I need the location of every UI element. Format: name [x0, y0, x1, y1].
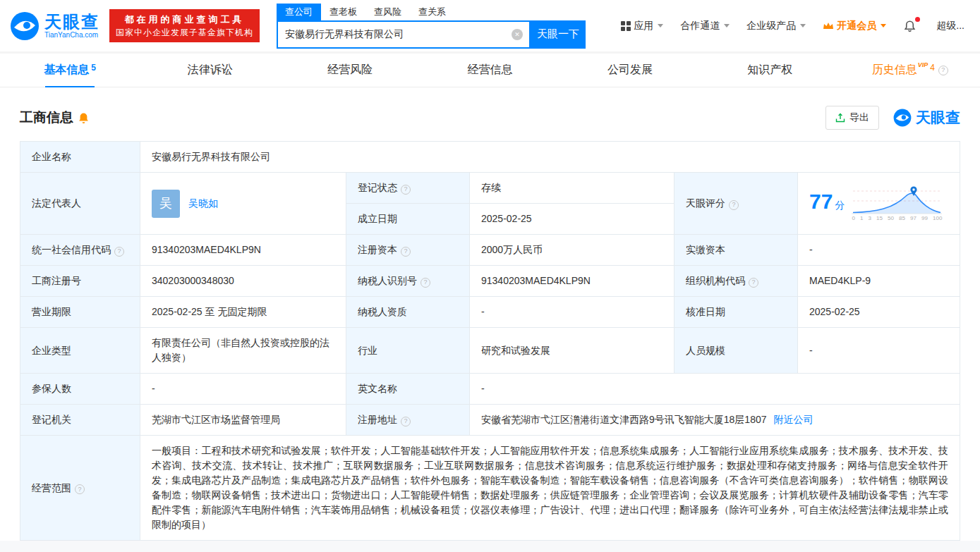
search-input[interactable]: [278, 22, 529, 47]
search-box: ✕: [277, 20, 531, 49]
tick: 100: [933, 216, 942, 221]
help-icon[interactable]: ?: [421, 278, 430, 288]
tab-business-info[interactable]: 经营信息: [420, 54, 559, 87]
section-title: 工商信息: [20, 109, 89, 127]
row-legal-rep: 法定代表人 吴 吴晓如 登记状态? 存续 天眼评分? 77分: [20, 173, 960, 204]
vip-badge: VIP: [918, 61, 928, 68]
help-icon[interactable]: ?: [401, 417, 411, 427]
help-icon[interactable]: ?: [401, 185, 411, 195]
tab-intellectual-property[interactable]: 知识产权: [700, 54, 840, 87]
promo-line2: 国家中小企业发展子基金旗下机构: [116, 26, 253, 39]
establish-date-value: 2025-02-25: [470, 204, 674, 235]
nav-enterprise-products[interactable]: 企业级产品: [746, 20, 806, 32]
org-code-value: MAED4KLP-9: [798, 266, 960, 297]
legal-rep-link[interactable]: 吴晓如: [188, 196, 218, 211]
org-code-label-cell: 组织机构代码?: [674, 266, 798, 297]
nav-apps[interactable]: 应用: [621, 20, 663, 32]
business-scope-label-cell: 经营范围?: [20, 436, 140, 541]
credit-code-label-cell: 统一社会信用代码?: [20, 235, 140, 266]
tab-basic-info[interactable]: 基本信息 5: [0, 54, 140, 87]
site-logo[interactable]: 天眼查 TianYanCha.com: [10, 11, 99, 41]
help-icon[interactable]: ?: [114, 247, 124, 257]
address-label-cell: 注册地址?: [346, 405, 470, 436]
address-value: 安徽省芜湖市弋江区澛港街道文津西路9号讯飞智能大厦18层1807: [481, 414, 767, 425]
nav-apps-label: 应用: [634, 20, 653, 32]
nav-super-member[interactable]: 超级...: [936, 20, 964, 32]
tianyancha-watermark: 天眼查: [893, 108, 960, 128]
section-header-actions: 导出 天眼查: [825, 106, 960, 130]
chevron-down-icon: [881, 24, 886, 27]
search-tab-risk[interactable]: 查风险: [365, 4, 410, 20]
help-icon[interactable]: ?: [938, 66, 948, 75]
notifications-bell[interactable]: [903, 19, 919, 32]
topbar: 天眼查 TianYanCha.com 都在用的商业查询工具 国家中小企业发展子基…: [0, 0, 980, 51]
row-business-term: 营业期限 2025-02-25 至 无固定期限 纳税人资质 - 核准日期 202…: [20, 297, 960, 328]
tianyancha-logo-icon: [893, 109, 912, 127]
score-label: 天眼评分: [686, 197, 725, 209]
row-reg-number: 工商注册号 340203000348030 纳税人识别号? 91340203MA…: [20, 266, 960, 297]
industry-value: 研究和试验发展: [470, 328, 674, 374]
legal-rep-avatar[interactable]: 吴: [152, 190, 180, 218]
english-name-value: -: [470, 374, 960, 405]
tab-basic-info-label: 基本信息: [44, 63, 89, 78]
main-content: 工商信息 导出 天眼查: [0, 87, 980, 541]
row-credit-code: 统一社会信用代码? 91340203MAED4KLP9N 注册资本? 2000万…: [20, 235, 960, 266]
search-tab-company[interactable]: 查公司: [277, 4, 321, 20]
score-label-cell: 天眼评分?: [674, 173, 798, 235]
tick: 97: [910, 216, 917, 221]
tab-basic-info-count: 5: [91, 63, 96, 73]
tick: 99: [921, 216, 928, 221]
company-type-value: 有限责任公司（非自然人投资或控股的法人独资）: [140, 328, 346, 374]
help-icon[interactable]: ?: [401, 247, 411, 257]
clear-search-icon[interactable]: ✕: [512, 29, 523, 40]
export-button[interactable]: 导出: [825, 106, 879, 130]
tab-history-info-count: 4: [930, 63, 935, 73]
reg-capital-label: 注册资本: [358, 244, 397, 255]
address-cell: 安徽省芜湖市弋江区澛港街道文津西路9号讯飞智能大厦18层1807附近公司: [470, 405, 960, 436]
help-icon[interactable]: ?: [75, 484, 85, 494]
notification-dot: [915, 17, 920, 22]
tab-operational-risk-label: 经营风险: [327, 63, 373, 78]
nav-open-membership-label: 开通会员: [837, 20, 876, 32]
nearby-companies-link[interactable]: 附近公司: [774, 414, 813, 425]
tab-operational-risk[interactable]: 经营风险: [280, 54, 420, 87]
reg-authority-label: 登记机关: [20, 405, 140, 436]
help-icon[interactable]: ?: [729, 200, 739, 210]
business-term-label: 营业期限: [20, 297, 140, 328]
search-area: 查公司 查老板 查风险 查关系 ✕ 天眼一下: [277, 4, 586, 49]
score-chart: 0 1 3 15 50 85 97 99 100: [852, 185, 942, 221]
english-name-label: 英文名称: [346, 374, 470, 405]
search-button[interactable]: 天眼一下: [531, 20, 586, 49]
chevron-down-icon: [658, 24, 663, 27]
nav-open-membership[interactable]: 开通会员: [823, 20, 886, 32]
insured-count-value: -: [140, 374, 346, 405]
reg-status-label: 登记状态: [358, 182, 397, 193]
reg-authority-value: 芜湖市弋江区市场监督管理局: [140, 405, 346, 436]
search-type-tabs: 查公司 查老板 查风险 查关系: [277, 4, 586, 20]
company-name-value: 安徽易行无界科技有限公司: [140, 142, 960, 173]
taxpayer-id-label-cell: 纳税人识别号?: [346, 266, 470, 297]
tab-history-info[interactable]: 历史信息 VIP 4 ?: [840, 54, 980, 87]
search-tab-boss[interactable]: 查老板: [321, 4, 365, 20]
search-tab-relation[interactable]: 查关系: [410, 4, 454, 20]
row-company-type: 企业类型 有限责任公司（非自然人投资或控股的法人独资） 行业 研究和试验发展 人…: [20, 328, 960, 374]
page-bottom-strip: [0, 541, 980, 552]
company-type-label: 企业类型: [20, 328, 140, 374]
nav-partnership[interactable]: 合作通道: [680, 20, 730, 32]
tick: 50: [888, 216, 894, 221]
logo-text: 天眼查 TianYanCha.com: [44, 13, 99, 39]
score-cell: 77分: [798, 173, 960, 235]
org-code-label: 组织机构代码: [686, 275, 745, 286]
approval-date-value: 2025-02-25: [798, 297, 960, 328]
tab-legal-proceedings[interactable]: 法律诉讼: [140, 54, 279, 87]
score-unit: 分: [835, 200, 845, 211]
help-icon[interactable]: ?: [749, 278, 758, 288]
tab-history-info-label: 历史信息: [872, 63, 917, 78]
tab-company-development[interactable]: 公司发展: [560, 54, 700, 87]
tab-business-info-label: 经营信息: [467, 63, 512, 78]
score-number: 77: [809, 190, 833, 213]
business-registration-table: 企业名称 安徽易行无界科技有限公司 法定代表人 吴 吴晓如 登记状态? 存续 天…: [20, 141, 960, 541]
section-title-text: 工商信息: [20, 109, 73, 127]
company-section-tabs: 基本信息 5 法律诉讼 经营风险 经营信息 公司发展 知识产权 历史信息 VIP…: [0, 54, 980, 87]
business-term-value: 2025-02-25 至 无固定期限: [140, 297, 346, 328]
